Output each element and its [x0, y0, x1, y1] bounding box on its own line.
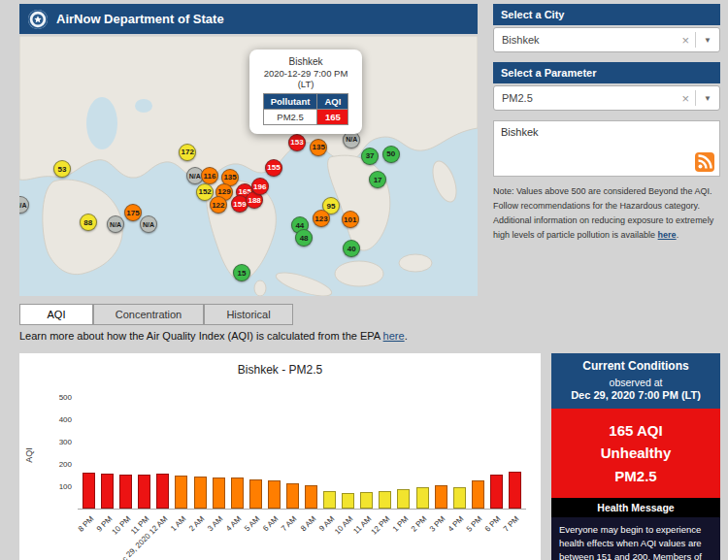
aqi-map-marker[interactable]: 135 [310, 139, 327, 156]
learn-more-prefix: Learn more about how the Air Quality Ind… [19, 330, 383, 342]
chart-bar[interactable] [83, 473, 95, 509]
popup-col-aqi: AQI [317, 94, 348, 110]
aqi-map-marker[interactable]: 122 [210, 196, 227, 214]
city-select[interactable]: Bishkek × ▼ [493, 27, 720, 52]
popup-col-pollutant: Pollutant [263, 94, 317, 110]
aqi-map-marker[interactable]: 17 [369, 171, 386, 188]
y-tick-label: 100 [41, 482, 72, 491]
aqi-map-marker[interactable]: N/A [140, 215, 157, 233]
aqi-map-marker[interactable]: 53 [53, 160, 71, 178]
chart-bar[interactable] [268, 480, 281, 509]
aqi-category: Unhealthy [555, 442, 716, 464]
chart-bar[interactable] [342, 493, 354, 509]
tab-bar: AQIConcentrationHistorical [19, 304, 293, 325]
map-popup: Bishkek 2020-12-29 7:00 PM (LT) Pollutan… [249, 49, 362, 134]
aqi-map-marker[interactable]: 88 [80, 214, 97, 231]
state-department-seal-icon [27, 9, 49, 30]
popup-datetime: 2020-12-29 7:00 PM [254, 68, 357, 79]
rss-city-label: Bishkek [501, 126, 539, 138]
aqi-map-marker[interactable]: N/A [107, 215, 124, 233]
city-select-value: Bishkek [494, 34, 676, 46]
y-tick-label: 200 [41, 460, 72, 469]
parameter-select-value: PM2.5 [494, 92, 676, 104]
learn-more-text: Learn more about how the Air Quality Ind… [19, 330, 524, 342]
aqi-map[interactable]: 17253N/A88175N/AN/AN/A116152135129122165… [19, 36, 478, 296]
aqi-map-marker[interactable]: 153 [288, 134, 306, 151]
chart-bar[interactable] [231, 478, 244, 509]
current-conditions-panel: Current Conditions observed at Dec 29, 2… [551, 353, 720, 560]
chart-bar[interactable] [249, 479, 262, 509]
aqi-map-marker[interactable]: 50 [382, 146, 400, 163]
parameter-dropdown-caret-icon[interactable]: ▼ [696, 94, 719, 103]
note-suffix: . [677, 230, 679, 240]
aqi-map-marker[interactable]: 37 [361, 148, 379, 165]
aqi-map-marker[interactable]: 15 [233, 264, 250, 281]
y-tick-label: 400 [41, 415, 72, 424]
select-parameter-header: Select a Parameter [493, 62, 720, 83]
chart-bar[interactable] [397, 489, 410, 509]
chart-bar[interactable] [379, 491, 391, 509]
aqi-map-marker[interactable]: 175 [124, 204, 142, 221]
learn-more-suffix: . [405, 330, 408, 342]
popup-pollutant-value: PM2.5 [263, 110, 317, 125]
chart-bar[interactable] [156, 474, 169, 509]
aqi-value: 165 AQI [555, 419, 716, 442]
chart-bar[interactable] [175, 476, 187, 509]
popup-city: Bishkek [254, 56, 357, 67]
popup-local-time-suffix: (LT) [254, 79, 357, 89]
clear-city-icon[interactable]: × [676, 33, 695, 48]
chart-bar[interactable] [490, 475, 503, 509]
current-conditions-title: Current Conditions [551, 353, 720, 377]
app-header: AirNow Department of State [19, 4, 478, 34]
aqi-map-marker[interactable]: 152 [196, 183, 214, 201]
health-message-body: Everyone may begin to experience health … [551, 517, 720, 560]
epa-here-link[interactable]: here [383, 330, 405, 342]
aqi-bar-chart: Bishkek - PM2.5 AQI 1002003004005008 PM9… [19, 353, 541, 560]
aqi-map-marker[interactable]: 155 [265, 159, 282, 177]
chart-bar[interactable] [435, 485, 447, 509]
note-text: Note: Values above 500 are considered Be… [493, 184, 720, 242]
select-city-header: Select a City [493, 4, 720, 25]
aqi-map-marker[interactable]: 123 [313, 210, 330, 227]
aqi-summary-block: 165 AQI Unhealthy PM2.5 [551, 409, 720, 498]
aqi-map-marker[interactable]: 101 [342, 211, 359, 228]
aqi-map-marker[interactable]: 196 [251, 178, 269, 195]
rss-icon[interactable] [695, 152, 714, 172]
observed-at-label: observed at [551, 377, 720, 388]
rss-feed-box: Bishkek [493, 120, 720, 177]
chart-bar[interactable] [416, 487, 429, 509]
tab-concentration[interactable]: Concentration [93, 304, 204, 325]
tab-aqi[interactable]: AQI [19, 304, 93, 325]
chart-bar[interactable] [323, 491, 336, 509]
aqi-map-marker[interactable]: 40 [343, 240, 360, 257]
chart-bar[interactable] [472, 480, 484, 509]
chart-bar[interactable] [213, 478, 225, 509]
y-tick-label: 500 [41, 393, 72, 402]
parameter-select[interactable]: PM2.5 × ▼ [493, 85, 720, 111]
chart-bar[interactable] [360, 492, 373, 509]
airnow-page: AirNow Department of State 17253N/A88175… [0, 0, 728, 560]
note-prefix: Note: Values above 500 are considered Be… [493, 186, 713, 240]
chart-bar[interactable] [509, 472, 521, 509]
note-here-link[interactable]: here [658, 230, 677, 240]
y-tick-label: 300 [41, 438, 72, 446]
chart-bar[interactable] [119, 475, 132, 509]
popup-aqi-table: Pollutant AQI PM2.5 165 [263, 93, 349, 125]
chart-bar[interactable] [453, 487, 466, 509]
app-title: AirNow Department of State [56, 12, 224, 26]
aqi-map-marker[interactable]: 172 [179, 144, 196, 161]
clear-parameter-icon[interactable]: × [676, 91, 695, 106]
chart-bar[interactable] [194, 477, 207, 509]
chart-bar[interactable] [101, 474, 114, 509]
chart-bar[interactable] [138, 475, 150, 509]
map-basemap [19, 36, 478, 296]
chart-plot-area: 1002003004005008 PM9 PM10 PM11 PMDec 29,… [19, 353, 541, 560]
observed-at-value: Dec 29, 2020 7:00 PM (LT) [551, 388, 720, 409]
chart-bar[interactable] [286, 483, 299, 509]
city-dropdown-caret-icon[interactable]: ▼ [696, 36, 719, 45]
aqi-pollutant: PM2.5 [555, 465, 716, 487]
health-message-header: Health Message [551, 498, 720, 517]
tab-historical[interactable]: Historical [204, 304, 293, 325]
chart-bar[interactable] [305, 485, 317, 509]
aqi-map-marker[interactable]: 48 [295, 229, 313, 247]
